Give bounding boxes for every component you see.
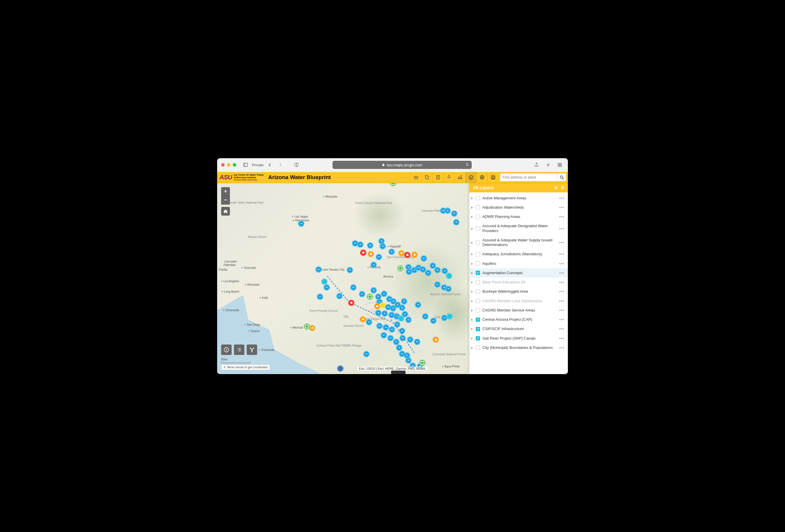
back-button[interactable]: [266, 161, 274, 169]
map-marker[interactable]: [347, 267, 353, 273]
layer-more-icon[interactable]: •••: [559, 345, 564, 350]
map-marker[interactable]: [375, 310, 381, 316]
map-marker[interactable]: [414, 339, 420, 345]
expand-caret-icon[interactable]: ▶: [471, 253, 473, 256]
map-marker[interactable]: [421, 255, 427, 262]
expand-caret-icon[interactable]: ▶: [471, 337, 473, 340]
layer-checkbox[interactable]: [476, 215, 480, 219]
layer-row[interactable]: ▶ADWR Planning Areas•••: [469, 212, 568, 221]
layer-more-icon[interactable]: •••: [559, 289, 564, 294]
layer-more-icon[interactable]: •••: [559, 280, 564, 285]
map-marker[interactable]: [434, 281, 440, 288]
layer-row[interactable]: ▶Active Management Areas•••: [469, 193, 568, 203]
expand-caret-icon[interactable]: ▶: [471, 197, 473, 200]
new-tab-icon[interactable]: [544, 161, 552, 169]
layer-checkbox[interactable]: [476, 308, 480, 312]
tool-water-icon[interactable]: [410, 172, 421, 183]
layer-row[interactable]: ▶Augmentation Concepts•••: [469, 268, 568, 277]
map-marker[interactable]: [367, 294, 373, 300]
map-marker[interactable]: [387, 335, 394, 341]
map-marker[interactable]: [451, 210, 457, 217]
map-marker[interactable]: [447, 313, 453, 320]
map-marker[interactable]: [309, 325, 315, 331]
layer-checkbox[interactable]: [476, 196, 480, 200]
legend-button[interactable]: [234, 345, 244, 355]
layer-checkbox[interactable]: [476, 280, 480, 285]
map-marker[interactable]: [381, 332, 387, 339]
layer-row[interactable]: ▶Adjudication Watersheds•••: [469, 203, 568, 212]
expand-caret-icon[interactable]: ▶: [471, 241, 473, 244]
layer-more-icon[interactable]: •••: [559, 261, 564, 266]
map-marker[interactable]: [399, 304, 405, 311]
map-marker[interactable]: [396, 345, 402, 351]
expand-caret-icon[interactable]: ▶: [471, 206, 473, 209]
expand-caret-icon[interactable]: ▶: [471, 290, 473, 293]
info-button[interactable]: [221, 345, 232, 355]
map-marker[interactable]: [367, 242, 373, 248]
layer-more-icon[interactable]: •••: [559, 226, 564, 231]
map-marker[interactable]: [397, 265, 404, 271]
map-marker[interactable]: [337, 365, 344, 372]
tabs-overview-icon[interactable]: [556, 161, 564, 169]
panel-collapse-icon[interactable]: [554, 185, 558, 190]
layer-more-icon[interactable]: •••: [559, 214, 564, 219]
share-map-button[interactable]: [247, 345, 257, 355]
map-marker[interactable]: [371, 287, 377, 294]
map-marker[interactable]: [393, 339, 400, 345]
expand-caret-icon[interactable]: ▶: [471, 300, 473, 302]
share-icon[interactable]: [533, 161, 541, 169]
expand-caret-icon[interactable]: ▶: [471, 271, 473, 274]
map-marker[interactable]: [379, 243, 386, 249]
layer-more-icon[interactable]: •••: [559, 205, 564, 210]
tool-document-icon[interactable]: [432, 172, 443, 183]
layer-row[interactable]: ▶Central Arizona Project (CAP)•••: [469, 315, 568, 324]
map-marker[interactable]: [366, 319, 372, 325]
map-marker[interactable]: [434, 267, 440, 273]
layer-checkbox[interactable]: [476, 240, 480, 245]
forward-button[interactable]: [276, 161, 284, 169]
layer-row[interactable]: ▶Salt River Project (SRP) Canals•••: [469, 334, 568, 343]
maximize-window-button[interactable]: [233, 163, 236, 167]
map-marker[interactable]: [357, 241, 363, 248]
map-marker[interactable]: [381, 310, 388, 317]
layer-row[interactable]: ▶CAGRD Member Service Areas•••: [469, 306, 568, 315]
layer-more-icon[interactable]: •••: [559, 326, 564, 331]
map-marker[interactable]: [381, 291, 387, 297]
map-marker[interactable]: [407, 337, 413, 343]
tool-globe-icon[interactable]: [476, 172, 487, 183]
layer-row[interactable]: ▶Assured & Adequate Water Supply Issued …: [469, 236, 568, 250]
expand-caret-icon[interactable]: ▶: [471, 346, 473, 349]
tool-terrain-icon[interactable]: [454, 172, 465, 183]
tool-print-icon[interactable]: [487, 172, 498, 183]
tool-layers-icon[interactable]: [465, 172, 476, 183]
layer-row[interactable]: ▶City (Municipal) Boundaries & Populatio…: [469, 343, 568, 352]
bottom-tab-handle[interactable]: [391, 371, 406, 374]
map-marker[interactable]: [445, 208, 451, 214]
expand-caret-icon[interactable]: ▶: [471, 281, 473, 284]
map-marker[interactable]: [422, 313, 428, 320]
map-marker[interactable]: [390, 183, 396, 186]
map-marker[interactable]: [398, 250, 405, 257]
sidebar-toggle-icon[interactable]: [242, 161, 250, 169]
layer-checkbox[interactable]: [476, 299, 480, 303]
map-marker[interactable]: [336, 293, 343, 299]
map-marker[interactable]: [405, 357, 412, 364]
map-marker[interactable]: [376, 323, 383, 329]
layer-more-icon[interactable]: •••: [559, 308, 564, 313]
map-marker[interactable]: [371, 262, 377, 268]
expand-caret-icon[interactable]: ▶: [471, 327, 473, 330]
layer-more-icon[interactable]: •••: [559, 271, 564, 275]
map-marker[interactable]: [400, 335, 406, 341]
layer-row[interactable]: ▶Aquifers•••: [469, 259, 568, 268]
map-marker[interactable]: [317, 294, 323, 300]
map-marker[interactable]: [376, 254, 382, 260]
layer-more-icon[interactable]: •••: [559, 240, 564, 245]
layer-checkbox[interactable]: [476, 290, 480, 294]
zoom-out-button[interactable]: −: [221, 196, 230, 205]
map-marker[interactable]: [405, 317, 412, 323]
close-window-button[interactable]: [221, 163, 225, 167]
layer-checkbox[interactable]: [476, 252, 480, 257]
map-marker[interactable]: [402, 311, 408, 317]
map-marker[interactable]: [388, 248, 395, 255]
map-marker[interactable]: [415, 302, 421, 308]
